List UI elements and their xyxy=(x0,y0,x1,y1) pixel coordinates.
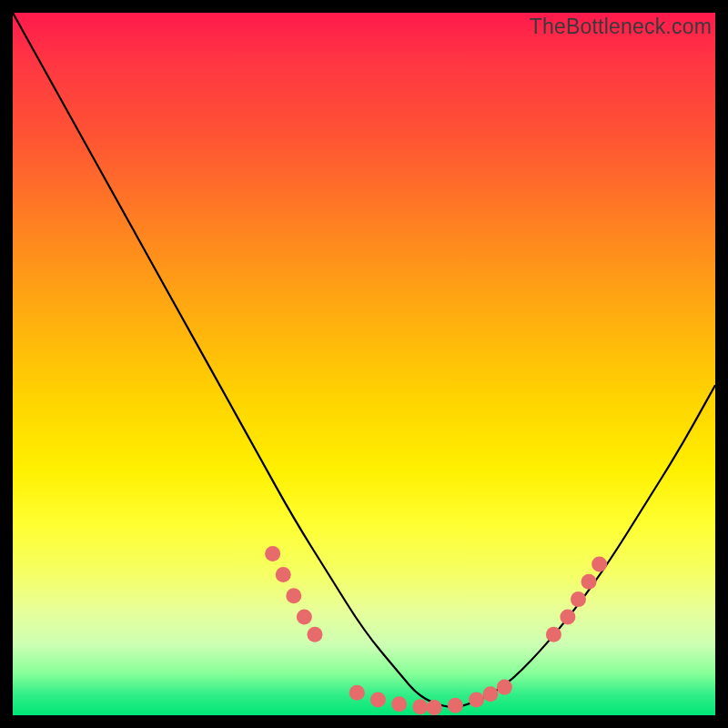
marker-dot xyxy=(391,696,407,712)
watermark-text: TheBottleneck.com xyxy=(530,15,712,39)
marker-dot xyxy=(286,588,301,603)
marker-dot xyxy=(427,700,442,715)
marker-dot xyxy=(469,693,484,708)
marker-dot xyxy=(592,557,607,572)
marker-dot xyxy=(571,592,586,607)
marker-dot xyxy=(482,686,498,702)
marker-dot xyxy=(560,609,575,624)
marker-dot xyxy=(581,574,597,590)
marker-dot xyxy=(546,627,561,642)
marker-dot xyxy=(497,680,512,695)
marker-dot xyxy=(370,693,386,708)
marker-dot xyxy=(448,698,463,713)
highlight-markers xyxy=(265,546,607,715)
marker-dot xyxy=(265,546,280,561)
bottleneck-curve-line xyxy=(13,13,715,707)
marker-dot xyxy=(349,685,365,701)
marker-dot xyxy=(412,699,428,714)
marker-dot xyxy=(297,609,312,624)
marker-dot xyxy=(276,567,291,582)
marker-dot xyxy=(307,627,322,642)
bottleneck-chart xyxy=(13,13,715,715)
